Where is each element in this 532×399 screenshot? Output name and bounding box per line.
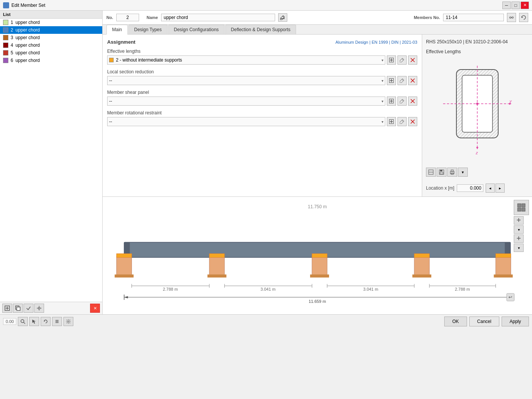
zoom-btn[interactable] <box>18 317 28 326</box>
svg-rect-4 <box>17 307 20 310</box>
list-item[interactable]: 2upper chord <box>0 26 102 34</box>
shear-panel-edit-btn[interactable] <box>397 97 407 106</box>
close-button[interactable]: ✕ <box>521 2 529 9</box>
local-section-delete-btn[interactable] <box>408 76 417 85</box>
tabs-bar: Main Design Types Design Configurations … <box>103 25 532 35</box>
rotational-restraint-arrow: ▾ <box>382 120 383 124</box>
members-reset-button[interactable] <box>519 13 528 22</box>
header-section: No. Name Members No. <box>103 11 532 25</box>
zoom-out-btn[interactable]: ▾ <box>514 225 524 234</box>
members-label: Members No. <box>414 15 440 20</box>
name-input[interactable] <box>161 14 275 21</box>
svg-rect-52 <box>440 170 442 171</box>
panel-dropdown-btn[interactable]: ▾ <box>458 168 468 177</box>
rotational-restraint-add-btn[interactable] <box>387 117 396 126</box>
measure-btn[interactable]: ▾ <box>514 244 524 252</box>
svg-rect-80 <box>496 254 511 258</box>
shear-panel-dropdown[interactable]: -- ▾ <box>107 97 385 106</box>
list-btn[interactable] <box>52 317 62 326</box>
main-tab-content: Assignment Aluminum Design | EN 1999 | D… <box>103 35 422 196</box>
cancel-button[interactable]: Cancel <box>469 317 499 326</box>
local-section-arrow: ▾ <box>382 79 383 83</box>
rotational-restraint-dropdown[interactable]: -- ▾ <box>107 117 385 126</box>
tab-main[interactable]: Main <box>106 25 128 35</box>
list-item-label: upper chord <box>16 43 40 48</box>
svg-text:z: z <box>475 150 478 155</box>
members-input[interactable] <box>443 14 504 21</box>
effective-lengths-add-btn[interactable] <box>387 55 396 65</box>
section-line2: Effective Lengths <box>426 48 528 55</box>
svg-rect-70 <box>209 256 225 277</box>
name-edit-button[interactable] <box>278 13 287 22</box>
svg-marker-108 <box>32 320 36 324</box>
bottom-bar-left: 0.00 <box>3 317 73 326</box>
add-item-button[interactable] <box>2 304 12 313</box>
settings-main-btn[interactable] <box>63 317 73 326</box>
name-label: Name <box>147 15 158 20</box>
local-section-dropdown[interactable]: -- ▾ <box>107 76 385 85</box>
left-panel: List 1upper chord2upper chord3upper chor… <box>0 11 103 314</box>
list-item[interactable]: 1upper chord <box>0 19 102 26</box>
tab-design-config[interactable]: Design Configurations <box>168 25 225 34</box>
delete-item-button[interactable]: ✕ <box>90 304 100 313</box>
effective-lengths-delete-btn[interactable] <box>408 55 417 65</box>
list-item[interactable]: 3upper chord <box>0 34 102 41</box>
beam-diagram-svg: 11.750 m <box>103 197 532 314</box>
rotational-restraint-edit-btn[interactable] <box>397 117 407 126</box>
list-item-color <box>3 50 8 55</box>
local-section-add-btn[interactable] <box>387 76 396 85</box>
settings-button[interactable] <box>34 304 44 313</box>
list-item-color <box>3 27 8 33</box>
local-section-value: -- <box>109 78 112 83</box>
location-next-btn[interactable]: ▸ <box>496 184 505 193</box>
pan-btn[interactable] <box>514 234 524 243</box>
effective-lengths-dropdown[interactable]: 2 - without intermediate supports ▾ <box>107 55 385 65</box>
location-input[interactable] <box>457 184 483 192</box>
svg-text:11.659 m: 11.659 m <box>309 299 326 304</box>
minimize-button[interactable]: ─ <box>502 2 511 9</box>
list-item-label: upper chord <box>16 35 40 40</box>
check-button[interactable] <box>24 304 33 313</box>
panel-save-btn[interactable] <box>437 168 446 177</box>
no-input[interactable] <box>116 14 139 21</box>
zoom-in-btn[interactable] <box>514 216 524 225</box>
shear-panel-add-btn[interactable] <box>387 97 396 106</box>
shear-panel-delete-btn[interactable] <box>408 97 417 106</box>
svg-rect-77 <box>414 254 429 258</box>
location-row: Location x [m] ◂ ▸ <box>426 184 528 193</box>
location-prev-btn[interactable]: ◂ <box>486 184 495 193</box>
content-area: Assignment Aluminum Design | EN 1999 | D… <box>103 35 532 196</box>
span-label: 11.750 m <box>308 204 327 209</box>
effective-lengths-edit-btn[interactable] <box>397 55 407 65</box>
list-item[interactable]: 6upper chord <box>0 57 102 64</box>
svg-point-13 <box>512 17 513 18</box>
svg-rect-81 <box>494 274 513 277</box>
list-item-color <box>3 43 8 48</box>
ok-button[interactable]: OK <box>444 317 467 326</box>
svg-rect-67 <box>117 256 132 277</box>
panel-view-btn[interactable] <box>426 168 436 177</box>
grid-view-button[interactable] <box>514 200 529 215</box>
list-item-label: upper chord <box>16 58 40 63</box>
list-item-label: upper chord <box>16 27 40 33</box>
location-buttons: ◂ ▸ <box>486 184 505 193</box>
rotational-restraint-label: Member rotational restraint <box>107 110 417 116</box>
list-item-label: upper chord <box>16 20 40 25</box>
maximize-button[interactable]: □ <box>511 2 520 9</box>
rotational-restraint-delete-btn[interactable] <box>408 117 417 126</box>
members-select-button[interactable] <box>507 13 516 22</box>
duplicate-item-button[interactable] <box>13 304 23 313</box>
svg-text:3.041 m: 3.041 m <box>261 287 276 291</box>
title-bar: Edit Member Set ─ □ ✕ <box>0 0 532 11</box>
panel-print-btn[interactable] <box>447 168 457 177</box>
tab-design-types[interactable]: Design Types <box>128 25 168 34</box>
list-item[interactable]: 4upper chord <box>0 41 102 49</box>
rotate-btn[interactable] <box>41 317 51 326</box>
apply-button[interactable]: Apply <box>502 317 529 326</box>
local-section-edit-btn[interactable] <box>397 76 407 85</box>
tab-deflection[interactable]: Deflection & Design Supports <box>225 25 296 34</box>
svg-rect-78 <box>412 274 431 277</box>
list-item[interactable]: 5upper chord <box>0 49 102 57</box>
no-label: No. <box>106 15 113 20</box>
cursor-btn[interactable] <box>29 317 39 326</box>
